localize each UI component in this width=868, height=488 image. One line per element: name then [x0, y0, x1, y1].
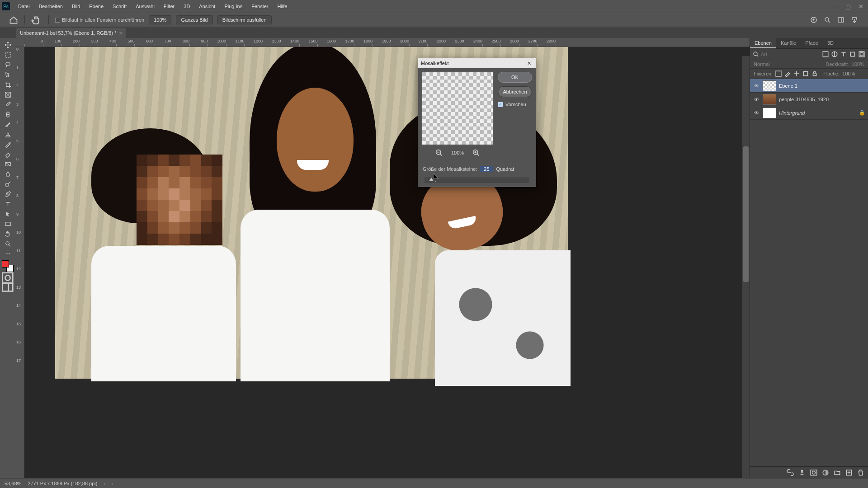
filter-type-icon[interactable]: [840, 51, 847, 58]
brush-tool[interactable]: [1, 119, 14, 129]
dodge-tool[interactable]: [1, 179, 14, 189]
lock-position-icon[interactable]: [793, 70, 800, 77]
menu-auswahl[interactable]: Auswahl: [132, 2, 158, 11]
tab-pfade[interactable]: Pfade: [801, 38, 823, 48]
dialog-preview[interactable]: [422, 72, 493, 145]
eraser-tool[interactable]: [1, 149, 14, 159]
layer-filter-input[interactable]: [761, 52, 788, 57]
type-tool[interactable]: [1, 199, 14, 209]
cancel-button[interactable]: Abbrechen: [498, 86, 532, 97]
layer-row[interactable]: 👁 Ebene 1: [750, 79, 868, 93]
frame-tool[interactable]: [1, 89, 14, 99]
hand-tool[interactable]: [1, 229, 14, 239]
group-icon[interactable]: [834, 469, 841, 476]
zoom-in-icon[interactable]: [472, 149, 480, 157]
quick-select-tool[interactable]: [1, 70, 14, 80]
lock-all-icon[interactable]: [811, 70, 818, 77]
link-layers-icon[interactable]: [787, 469, 794, 476]
canvas-viewport[interactable]: [24, 47, 750, 478]
vertical-scrollbar[interactable]: [742, 56, 750, 478]
close-icon[interactable]: ×: [119, 30, 122, 36]
menu-filter[interactable]: Filter: [160, 2, 178, 11]
layer-name[interactable]: Ebene 1: [779, 83, 797, 89]
menu-hilfe[interactable]: Hilfe: [274, 2, 291, 11]
foreground-color-swatch[interactable]: [2, 260, 9, 267]
search-icon[interactable]: [824, 16, 831, 23]
edit-toolbar[interactable]: [1, 249, 14, 258]
menu-bild[interactable]: Bild: [68, 2, 84, 11]
visibility-toggle[interactable]: 👁: [753, 83, 760, 89]
new-layer-icon[interactable]: [845, 469, 853, 476]
scrollbar-thumb[interactable]: [743, 146, 749, 282]
crop-tool[interactable]: [1, 80, 14, 89]
opacity-value[interactable]: 100%: [852, 61, 864, 67]
filter-shape-icon[interactable]: [849, 51, 856, 58]
menu-ebene[interactable]: Ebene: [85, 2, 107, 11]
zoom-out-icon[interactable]: [435, 149, 443, 157]
layer-name[interactable]: Hintergrund: [779, 110, 805, 116]
history-brush-tool[interactable]: [1, 139, 14, 149]
window-close[interactable]: ✕: [855, 3, 866, 10]
menu-3d[interactable]: 3D: [180, 2, 193, 11]
healing-brush-tool[interactable]: [1, 109, 14, 119]
color-swatches[interactable]: [2, 260, 14, 272]
cloud-status-icon[interactable]: [810, 16, 817, 23]
preview-checkbox[interactable]: ✓ Vorschau: [498, 102, 532, 107]
path-select-tool[interactable]: [1, 209, 14, 219]
menu-ansicht[interactable]: Ansicht: [195, 2, 219, 11]
blend-mode-select[interactable]: Normal: [754, 61, 769, 67]
blur-tool[interactable]: [1, 169, 14, 179]
layer-thumbnail[interactable]: [763, 108, 776, 118]
menu-fenster[interactable]: Fenster: [248, 2, 272, 11]
delete-layer-icon[interactable]: [857, 469, 864, 476]
status-docinfo[interactable]: 2771 Px x 1869 Px (182,88 ppi): [28, 481, 97, 486]
layer-mask-icon[interactable]: [810, 469, 817, 476]
fit-screen-button[interactable]: Ganzes Bild: [176, 15, 212, 24]
pen-tool[interactable]: [1, 189, 14, 199]
layer-thumbnail[interactable]: [763, 94, 776, 105]
window-minimize[interactable]: —: [830, 3, 841, 10]
lock-artboard-icon[interactable]: [802, 70, 809, 77]
menu-datei[interactable]: Datei: [14, 2, 33, 11]
home-icon[interactable]: [9, 15, 18, 24]
layer-row[interactable]: 👁 people-3104635_1920: [750, 93, 868, 106]
menu-plugins[interactable]: Plug-ins: [221, 2, 246, 11]
marquee-tool[interactable]: [1, 50, 14, 60]
adjustment-layer-icon[interactable]: [822, 469, 829, 476]
filter-smart-icon[interactable]: [858, 51, 865, 58]
layer-name[interactable]: people-3104635_1920: [779, 97, 829, 102]
ok-button[interactable]: OK: [498, 72, 532, 83]
menu-schrift[interactable]: Schrift: [109, 2, 130, 11]
chevron-left-icon[interactable]: ‹: [112, 481, 113, 486]
zoom-100-button[interactable]: 100%: [149, 15, 171, 24]
fill-value[interactable]: 100%: [842, 71, 855, 76]
document-tab[interactable]: Unbenannt-1 bei 53,7% (Ebene 1, RGB/8) *…: [16, 28, 126, 38]
filter-adjust-icon[interactable]: [831, 51, 838, 58]
tab-ebenen[interactable]: Ebenen: [750, 38, 776, 48]
lock-pixels-icon[interactable]: [784, 70, 791, 77]
chevron-right-icon[interactable]: ›: [104, 481, 105, 486]
slider-thumb[interactable]: [429, 178, 434, 181]
layer-filter[interactable]: [753, 51, 820, 57]
menu-bearbeiten[interactable]: Bearbeiten: [35, 2, 66, 11]
tab-3d[interactable]: 3D: [823, 38, 838, 48]
eyedropper-tool[interactable]: [1, 99, 14, 109]
zoom-tool[interactable]: [1, 239, 14, 249]
rectangle-tool[interactable]: [1, 219, 14, 229]
tab-kanaele[interactable]: Kanäle: [776, 38, 801, 48]
move-tool[interactable]: [1, 40, 14, 50]
status-zoom[interactable]: 53,68%: [5, 481, 21, 486]
hand-tool-icon[interactable]: [31, 14, 42, 25]
cell-size-slider[interactable]: [425, 178, 529, 183]
clone-stamp-tool[interactable]: [1, 129, 14, 139]
close-icon[interactable]: ✕: [525, 61, 533, 66]
cell-size-input[interactable]: 25: [480, 166, 493, 172]
layer-thumbnail[interactable]: [763, 80, 776, 91]
visibility-toggle[interactable]: 👁: [753, 110, 760, 116]
scroll-all-windows-checkbox[interactable]: Bildlauf in allen Fenstern durchführen: [55, 17, 144, 23]
filter-pixel-icon[interactable]: [822, 51, 829, 58]
window-maximize[interactable]: ▢: [843, 3, 854, 10]
gradient-tool[interactable]: [1, 159, 14, 169]
screen-mode-toggle[interactable]: [1, 283, 14, 293]
lasso-tool[interactable]: [1, 60, 14, 70]
